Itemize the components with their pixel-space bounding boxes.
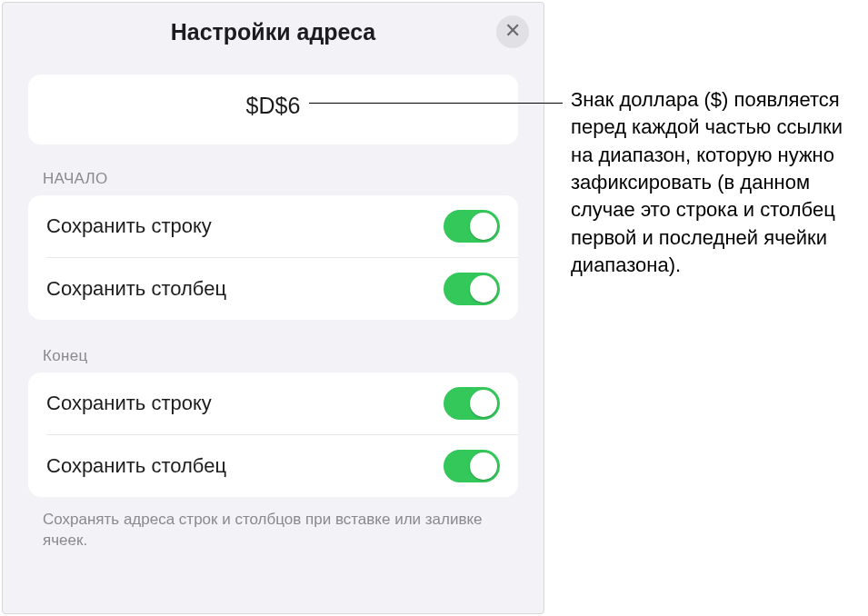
toggle-knob [470, 275, 497, 303]
group-end: Сохранить строку Сохранить столбец [28, 373, 518, 497]
close-icon: ✕ [504, 21, 521, 41]
toggle-end-row[interactable] [444, 387, 500, 420]
settings-panel: Настройки адреса ✕ $D$6 НАЧАЛО Сохранить… [2, 2, 544, 614]
row-end-preserve-column: Сохранить столбец [46, 434, 518, 497]
row-start-preserve-row: Сохранить строку [28, 195, 518, 257]
panel-content: $D$6 НАЧАЛО Сохранить строку Сохранить с… [3, 75, 544, 551]
callout-text: Знак доллара ($) появляется перед каждой… [571, 86, 853, 280]
toggle-knob [470, 213, 497, 240]
row-end-preserve-row: Сохранить строку [28, 373, 518, 434]
group-start: Сохранить строку Сохранить столбец [28, 195, 518, 320]
section-label-end: Конец [28, 347, 518, 373]
row-label: Сохранить строку [46, 214, 212, 238]
section-label-start: НАЧАЛО [28, 170, 518, 195]
toggle-start-column[interactable] [444, 273, 500, 305]
toggle-end-column[interactable] [444, 450, 500, 482]
toggle-knob [470, 452, 497, 480]
panel-title: Настройки адреса [3, 19, 544, 45]
toggle-start-row[interactable] [444, 210, 500, 243]
callout-leader-line [309, 103, 563, 104]
close-button[interactable]: ✕ [496, 15, 529, 48]
formula-display: $D$6 [28, 75, 518, 144]
row-label: Сохранить строку [46, 392, 212, 415]
row-label: Сохранить столбец [46, 277, 226, 301]
row-label: Сохранить столбец [46, 454, 226, 478]
row-start-preserve-column: Сохранить столбец [46, 257, 518, 320]
footer-note: Сохранять адреса строк и столбцов при вс… [28, 510, 518, 551]
panel-header: Настройки адреса ✕ [3, 3, 544, 62]
toggle-knob [470, 390, 497, 417]
